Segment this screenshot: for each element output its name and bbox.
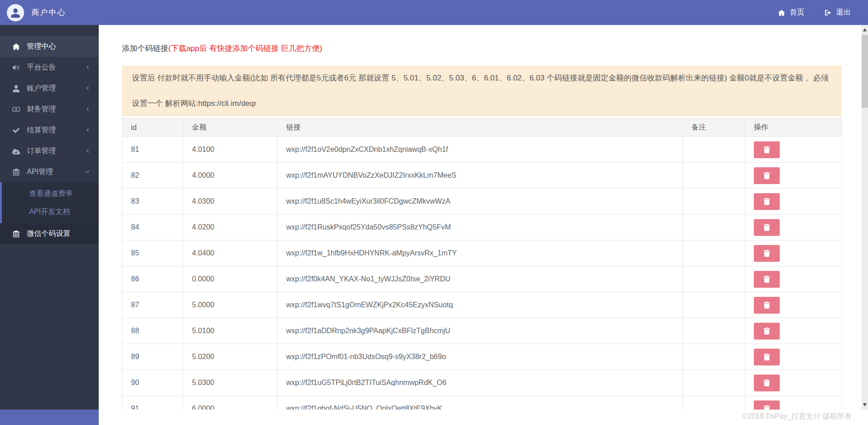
chevron-left-icon [86, 64, 90, 70]
cell-id: 91 [122, 396, 183, 410]
main-content: 添加个码链接(下载app后 有快捷添加个码链接 巨几把方便) 设置后 付款时就不… [99, 25, 862, 410]
cell-actions [745, 163, 842, 189]
delete-button[interactable] [754, 349, 780, 365]
cell-id: 86 [122, 266, 183, 292]
trash-icon [763, 353, 770, 360]
chevron-left-icon [86, 148, 90, 154]
cell-id: 84 [122, 215, 183, 240]
cell-actions [745, 266, 842, 292]
cell-amount: 4.0000 [183, 163, 278, 189]
cell-amount: 0.0000 [183, 266, 278, 292]
cell-id: 81 [122, 137, 183, 163]
cell-id: 88 [122, 318, 183, 344]
sidebar-item-label: 微信个码设置 [27, 229, 90, 239]
sidebar-item-label: 平台公告 [27, 63, 86, 72]
delete-button[interactable] [754, 271, 780, 288]
cell-amount: 5.0200 [183, 344, 278, 370]
top-nav: 首页 退出 [778, 8, 868, 17]
cell-amount: 4.0100 [183, 137, 278, 163]
cell-remark [683, 344, 745, 370]
notice-banner: 设置后 付款时就不用手动输入金额(比如 所有代理都是5元或者6元 那就设置 5、… [122, 65, 842, 116]
cell-amount: 4.0400 [183, 240, 278, 266]
delete-button[interactable] [754, 400, 780, 410]
scrollbar-down-arrow-icon[interactable] [863, 403, 867, 406]
bank-icon [12, 230, 20, 238]
table-row: 86 0.0000 wxp://f2f0k4AN_YKAX-No1_tyWJJs… [122, 266, 842, 292]
home-link[interactable]: 首页 [778, 8, 804, 17]
sidebar-submenu-api: 查看通道费率 API开发文档 [0, 182, 99, 223]
user-avatar-icon [10, 8, 20, 18]
cell-link: wxp://f2f1u8Sc1h4wEyiXur3il0FCDgwcZMkvwW… [278, 189, 683, 215]
trash-icon [763, 146, 770, 153]
cell-actions [745, 396, 842, 410]
chevron-down-icon [86, 169, 90, 175]
cell-link: wxp://f2f1zPOmf01-nb3UdsOsq9-s9yX38r2_b6… [278, 344, 683, 370]
delete-button[interactable] [754, 297, 780, 314]
delete-button[interactable] [754, 375, 780, 391]
sidebar-item-wechat-qr-settings[interactable]: 微信个码设置 [0, 223, 99, 244]
cell-id: 90 [122, 370, 183, 396]
vertical-scrollbar[interactable] [862, 25, 868, 410]
trash-icon [763, 275, 770, 283]
logout-link[interactable]: 退出 [824, 8, 851, 17]
sidebar-subitem-api-docs[interactable]: API开发文档 [2, 203, 99, 221]
scrollbar-thumb[interactable] [862, 35, 868, 108]
sidebar-item-finance-management[interactable]: 财务管理 [0, 99, 99, 120]
sidebar-item-platform-announcements[interactable]: 平台公告 [0, 57, 99, 78]
cell-actions [745, 370, 842, 396]
home-icon [12, 43, 20, 50]
chevron-left-icon [86, 106, 90, 112]
table-row: 91 6.0000 wxp://f2f1gbof-NdSi-U5NQ_QplxO… [122, 396, 842, 410]
column-header-link: 链接 [278, 119, 683, 137]
logout-link-label: 退出 [836, 8, 851, 17]
cell-amount: 4.0300 [183, 189, 278, 215]
cell-link: wxp://f2f1gbof-NdSi-U5NQ_QplxOett8XtE9Xb… [278, 396, 683, 410]
sidebar-item-order-management[interactable]: 订单管理 [0, 140, 99, 161]
table-row: 90 5.0300 wxp://f2f1uG5TPiLj0rtB2TITuiSA… [122, 370, 842, 396]
cell-link: wxp://f2f1oV2e0dpnZxCXDnb1xhZqniawqB-xQh… [278, 137, 683, 163]
table-row: 84 4.0200 wxp://f2f1RuskPxqof25Yda50vs85… [122, 215, 842, 240]
page-title: 添加个码链接(下载app后 有快捷添加个码链接 巨几把方便) [122, 25, 842, 54]
scrollbar-up-arrow-icon[interactable] [863, 28, 867, 31]
cell-actions [745, 215, 842, 240]
cell-amount: 5.0000 [183, 292, 278, 318]
cell-remark [683, 240, 745, 266]
delete-button[interactable] [754, 219, 780, 236]
sidebar-item-api-management[interactable]: API管理 [0, 161, 99, 182]
announcement-icon [12, 64, 20, 71]
sidebar-subitem-channel-rates[interactable]: 查看通道费率 [2, 185, 99, 203]
sidebar: 管理中心 平台公告 账户管理 财务管理 结算管理 订单管理 API管理 查看通道… [0, 25, 99, 410]
cell-link: wxp://f2f1RuskPxqof25Yda50vs85PSs8zYhQ5F… [278, 215, 683, 240]
sidebar-item-label: 账户管理 [27, 84, 86, 93]
chevron-left-icon [86, 127, 90, 133]
trash-icon [763, 405, 770, 410]
sign-out-icon [824, 9, 832, 16]
sidebar-item-settlement-management[interactable]: 结算管理 [0, 120, 99, 140]
cell-actions [745, 292, 842, 318]
column-header-amount: 金额 [183, 119, 278, 137]
sidebar-item-label: 结算管理 [27, 125, 86, 135]
sidebar-item-account-management[interactable]: 账户管理 [0, 78, 99, 99]
trash-icon [763, 327, 770, 335]
delete-button[interactable] [754, 141, 780, 158]
delete-button[interactable] [754, 167, 780, 184]
app-title: 商户中心 [31, 7, 66, 18]
page-title-highlight: (下载app后 有快捷添加个码链接 巨几把方便) [168, 44, 322, 53]
sidebar-footer-strip [0, 410, 99, 425]
cell-amount: 5.0100 [183, 318, 278, 344]
column-header-actions: 操作 [745, 119, 842, 137]
money-icon [12, 105, 20, 113]
column-header-id: id [122, 119, 183, 137]
table-row: 85 4.0400 wxp://f2f1w_1hfb9HxHDHYNRK-aMp… [122, 240, 842, 266]
column-header-remark: 备注 [683, 119, 745, 137]
trash-icon [763, 172, 770, 179]
trash-icon [763, 224, 770, 231]
delete-button[interactable] [754, 193, 780, 210]
top-bar: 商户中心 首页 退出 [0, 0, 868, 25]
delete-button[interactable] [754, 245, 780, 262]
trash-icon [763, 250, 770, 257]
cell-amount: 6.0000 [183, 396, 278, 410]
sidebar-item-admin-center[interactable]: 管理中心 [0, 36, 99, 57]
cell-actions [745, 137, 842, 163]
delete-button[interactable] [754, 323, 780, 340]
